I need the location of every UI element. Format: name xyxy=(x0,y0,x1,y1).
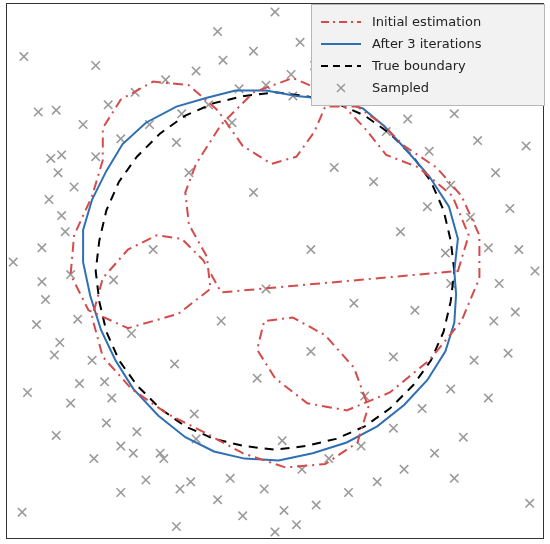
sample-marker xyxy=(296,38,304,46)
sample-marker xyxy=(57,151,65,159)
sample-marker xyxy=(47,154,55,162)
sample-marker xyxy=(253,374,261,382)
sample-marker xyxy=(172,522,180,530)
sample-marker xyxy=(52,431,60,439)
sample-marker xyxy=(466,213,474,221)
sample-marker xyxy=(396,228,404,236)
sample-marker xyxy=(325,454,333,462)
sample-marker xyxy=(41,295,49,303)
sample-marker xyxy=(307,245,315,253)
sample-marker xyxy=(100,378,108,386)
sample-marker xyxy=(45,195,53,203)
legend-label-after3: After 3 iterations xyxy=(372,34,536,54)
sample-marker xyxy=(79,120,87,128)
sample-marker xyxy=(278,437,286,445)
sample-marker xyxy=(495,279,503,287)
sample-marker xyxy=(522,142,530,150)
legend-swatch-initial xyxy=(320,13,362,31)
sample-marker xyxy=(156,449,164,457)
sample-marker xyxy=(484,394,492,402)
sample-marker xyxy=(450,474,458,482)
sample-marker xyxy=(70,183,78,191)
sample-marker xyxy=(526,499,534,507)
sample-marker xyxy=(260,485,268,493)
sample-marker xyxy=(187,478,195,486)
sample-marker xyxy=(217,317,225,325)
sample-marker xyxy=(450,110,458,118)
sample-marker xyxy=(161,76,169,84)
legend-item-initial: Initial estimation xyxy=(320,11,536,33)
sample-marker xyxy=(411,306,419,314)
sample-marker xyxy=(57,211,65,219)
sample-marker xyxy=(287,70,295,78)
sample-marker xyxy=(142,476,150,484)
sample-marker xyxy=(61,228,69,236)
sample-marker xyxy=(52,106,60,114)
sample-marker xyxy=(271,8,279,16)
sample-marker xyxy=(66,399,74,407)
sample-marker xyxy=(23,388,31,396)
sample-marker xyxy=(280,506,288,514)
sample-marker xyxy=(430,449,438,457)
sample-marker xyxy=(400,465,408,473)
sample-marker xyxy=(249,188,257,196)
sample-marker xyxy=(170,360,178,368)
sample-marker xyxy=(32,320,40,328)
sample-marker xyxy=(473,136,481,144)
sample-marker xyxy=(213,27,221,35)
sample-marker xyxy=(459,433,467,441)
legend-label-sampled: Sampled xyxy=(372,78,536,98)
legend-item-sampled: Sampled xyxy=(320,77,536,99)
legend-label-initial: Initial estimation xyxy=(372,12,536,32)
sample-marker xyxy=(312,501,320,509)
true-boundary-path xyxy=(96,92,455,449)
legend-swatch-after3 xyxy=(320,35,362,53)
sample-marker xyxy=(127,329,135,337)
sample-marker xyxy=(531,267,539,275)
sample-marker xyxy=(34,108,42,116)
sample-marker xyxy=(226,474,234,482)
sample-marker xyxy=(389,353,397,361)
sample-marker xyxy=(192,67,200,75)
legend-label-true: True boundary xyxy=(372,56,536,76)
sample-marker xyxy=(190,410,198,418)
sample-marker xyxy=(117,488,125,496)
sample-marker xyxy=(160,454,168,462)
sample-marker xyxy=(109,276,117,284)
sample-marker xyxy=(54,169,62,177)
sample-marker xyxy=(18,508,26,516)
sample-marker xyxy=(102,419,110,427)
sample-marker xyxy=(176,485,184,493)
sample-marker xyxy=(470,356,478,364)
sample-marker xyxy=(484,244,492,252)
legend-swatch-sampled xyxy=(320,79,362,97)
sample-marker xyxy=(20,52,28,60)
sample-marker xyxy=(404,115,412,123)
sample-marker xyxy=(213,496,221,504)
sample-marker xyxy=(373,478,381,486)
legend-item-true: True boundary xyxy=(320,55,536,77)
sample-marker xyxy=(491,169,499,177)
sample-marker xyxy=(50,351,58,359)
sample-marker xyxy=(75,379,83,387)
sample-marker xyxy=(108,394,116,402)
sample-marker xyxy=(425,147,433,155)
sample-marker xyxy=(369,178,377,186)
sample-marker xyxy=(172,138,180,146)
sample-marker xyxy=(239,512,247,520)
sample-marker xyxy=(249,47,257,55)
sample-marker xyxy=(74,315,82,323)
legend-item-after3: After 3 iterations xyxy=(320,33,536,55)
sample-marker xyxy=(330,163,338,171)
sample-marker xyxy=(423,203,431,211)
sample-marker xyxy=(490,317,498,325)
sample-marker xyxy=(129,449,137,457)
sample-marker xyxy=(149,245,157,253)
sample-marker xyxy=(511,308,519,316)
sample-marker xyxy=(38,278,46,286)
sample-marker xyxy=(235,85,243,93)
sample-marker xyxy=(88,356,96,364)
sample-marker xyxy=(104,101,112,109)
sample-marker xyxy=(504,349,512,357)
sample-marker xyxy=(38,244,46,252)
